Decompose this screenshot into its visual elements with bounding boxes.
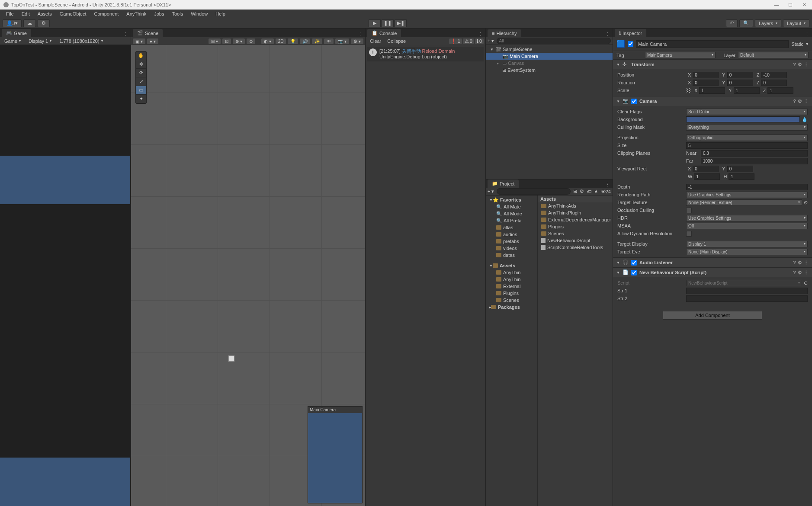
preset-icon[interactable]: ⚙ xyxy=(798,99,802,104)
rot-x-input[interactable] xyxy=(693,80,719,86)
script-header[interactable]: ▼📄 New Behaviour Script (Script) ?⚙⋮ xyxy=(613,268,812,277)
create-dropdown[interactable]: + ▾ xyxy=(488,38,494,44)
target-eye-dropdown[interactable]: None (Main Display) xyxy=(686,249,808,255)
close-button[interactable]: ✕ xyxy=(800,2,809,8)
camera-enabled-checkbox[interactable] xyxy=(631,99,637,104)
tab-game[interactable]: 🎮 Game xyxy=(2,29,31,37)
project-tab-options[interactable]: ⋮ xyxy=(603,182,613,188)
viewport-h-input[interactable] xyxy=(729,173,754,180)
move-tool[interactable]: ✥ xyxy=(136,60,146,69)
audio-listener-header[interactable]: ▼🎧 Audio Listener ?⚙⋮ xyxy=(613,258,812,267)
maximize-button[interactable]: ☐ xyxy=(786,2,795,8)
layout-dropdown[interactable]: Layout xyxy=(783,19,809,27)
info-count[interactable]: ℹ0 xyxy=(475,38,484,44)
background-color[interactable] xyxy=(686,116,800,122)
hierarchy-item-eventsystem[interactable]: ⊞ EventSystem xyxy=(486,67,613,74)
console-entry[interactable]: ! [21:25:07] 关闭手动 Reload Domain UnityEng… xyxy=(367,47,484,61)
menu-window[interactable]: Window xyxy=(187,10,211,17)
fav-item[interactable]: 🔍 All Mate xyxy=(486,203,537,210)
account-button[interactable]: 👤 J ▾ xyxy=(3,19,22,27)
culling-mask-dropdown[interactable]: Everything xyxy=(686,124,808,131)
hierarchy-item-canvas[interactable]: ▸▭ Canvas xyxy=(486,60,613,67)
folder-item[interactable]: Plugins xyxy=(486,290,537,297)
shading-dropdown[interactable]: ● ▾ xyxy=(147,38,158,44)
help-icon[interactable]: ? xyxy=(793,270,796,275)
help-icon[interactable]: ? xyxy=(793,62,796,67)
hdr-dropdown[interactable]: Use Graphics Settings xyxy=(686,215,808,221)
scale-y-input[interactable] xyxy=(734,87,760,94)
clear-flags-dropdown[interactable]: Solid Color xyxy=(686,109,808,115)
assets-header[interactable]: ▼Assets xyxy=(486,262,537,269)
minimize-button[interactable]: — xyxy=(772,2,781,8)
hierarchy-tab-options[interactable]: ⋮ xyxy=(603,32,613,37)
folder-item[interactable]: AnyThin xyxy=(486,276,537,283)
add-component-button[interactable]: Add Component xyxy=(663,311,762,320)
step-button[interactable]: ▶❚ xyxy=(395,19,407,27)
project-asset[interactable]: AnyThinkPlugin xyxy=(538,209,613,216)
pause-button[interactable]: ❚❚ xyxy=(382,19,394,27)
hand-tool[interactable]: ✋ xyxy=(136,51,146,60)
near-input[interactable] xyxy=(701,150,808,157)
project-asset[interactable]: ExternalDependencyManager xyxy=(538,216,613,223)
scene-tab-options[interactable]: ⋮ xyxy=(355,32,365,37)
preset-icon[interactable]: ⚙ xyxy=(798,270,802,275)
scale-x-input[interactable] xyxy=(699,87,725,94)
folder-item[interactable]: audios xyxy=(486,231,537,238)
help-icon[interactable]: ? xyxy=(793,99,796,104)
camera-header[interactable]: ▼📷 Camera ?⚙⋮ xyxy=(613,96,812,106)
search-scope[interactable]: ⊞ xyxy=(573,189,577,194)
scale-link-icon[interactable]: ⛓ xyxy=(686,88,691,93)
camera-gizmo[interactable] xyxy=(228,355,234,362)
far-input[interactable] xyxy=(701,158,808,164)
tab-project[interactable]: 📁 Project xyxy=(488,179,519,188)
preset-icon[interactable]: ⚙ xyxy=(798,62,802,67)
gizmos-dropdown[interactable]: ⚙ ▾ xyxy=(351,38,363,44)
rendering-path-dropdown[interactable]: Use Graphics Settings xyxy=(686,192,808,198)
str2-input[interactable] xyxy=(686,295,808,302)
camera-button[interactable]: 📷 ▾ xyxy=(335,38,349,44)
menu-tools[interactable]: Tools xyxy=(168,10,186,17)
tab-console[interactable]: 📋 Console xyxy=(367,29,401,37)
rect-tool[interactable]: ▭ xyxy=(136,86,146,95)
undo-history-button[interactable]: ↶ xyxy=(726,19,738,27)
visibility-button[interactable]: 👁 xyxy=(324,38,334,44)
game-mode-dropdown[interactable]: Game xyxy=(2,38,23,44)
gameobject-active-checkbox[interactable] xyxy=(628,41,633,47)
scene-item[interactable]: ▼🎬 SampleScene xyxy=(486,46,613,53)
pos-y-input[interactable] xyxy=(727,72,753,78)
menu-icon[interactable]: ⋮ xyxy=(804,260,809,266)
fav-item[interactable]: 🔍 All Prefa xyxy=(486,217,537,224)
inspector-tab-options[interactable]: ⋮ xyxy=(802,32,812,37)
viewport-w-input[interactable] xyxy=(694,173,720,180)
tool-dropdown[interactable]: ▣ ▾ xyxy=(133,38,145,44)
play-button[interactable]: ▶ xyxy=(369,19,381,27)
menu-icon[interactable]: ⋮ xyxy=(804,62,809,67)
size-input[interactable] xyxy=(686,142,808,149)
handle-button[interactable]: ⊙ xyxy=(247,38,255,44)
folder-item[interactable]: videos xyxy=(486,245,537,252)
save-search[interactable]: ★ xyxy=(594,189,598,194)
warn-count[interactable]: ⚠0 xyxy=(463,38,474,44)
static-dropdown[interactable]: ▾ xyxy=(806,41,809,47)
hidden-count[interactable]: 👁24 xyxy=(601,189,611,194)
scene-view[interactable]: ✋ ✥ ⟳ ⤢ ▭ ✦ Main Camera xyxy=(131,45,365,506)
target-display-dropdown[interactable]: Display 1 xyxy=(686,241,808,247)
game-tab-options[interactable]: ⋮ xyxy=(121,32,131,37)
display-dropdown[interactable]: Display 1 xyxy=(26,38,54,44)
grid-button[interactable]: ⊞ ▾ xyxy=(209,38,221,44)
snap-button[interactable]: ⊡ xyxy=(222,38,231,44)
transform-header[interactable]: ▼⊹ Transform ?⚙⋮ xyxy=(613,60,812,69)
pos-x-input[interactable] xyxy=(693,72,719,78)
project-asset[interactable]: Scenes xyxy=(538,230,613,237)
tag-dropdown[interactable]: MainCamera xyxy=(645,52,716,58)
depth-input[interactable] xyxy=(686,184,808,190)
transform-tool[interactable]: ✦ xyxy=(136,95,146,103)
menu-edit[interactable]: Edit xyxy=(18,10,33,17)
tab-scene[interactable]: 🎬 Scene xyxy=(133,29,163,37)
rot-y-input[interactable] xyxy=(727,80,753,86)
projection-dropdown[interactable]: Orthographic xyxy=(686,135,808,141)
msaa-dropdown[interactable]: Off xyxy=(686,223,808,229)
favorites-header[interactable]: ▼⭐ Favorites xyxy=(486,196,537,203)
dynres-checkbox[interactable] xyxy=(686,231,692,237)
scale-z-input[interactable] xyxy=(767,87,793,94)
